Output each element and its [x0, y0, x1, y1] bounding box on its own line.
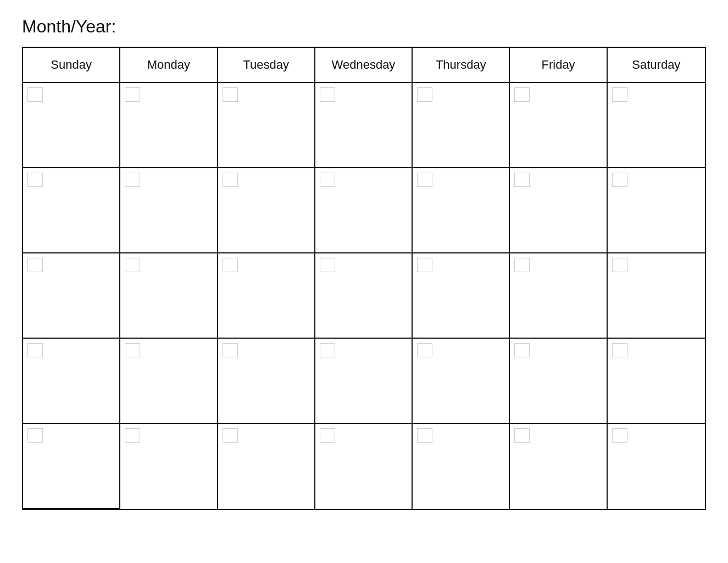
calendar-cell[interactable] [413, 83, 510, 168]
calendar-container: Sunday Monday Tuesday Wednesday Thursday… [22, 47, 706, 510]
calendar-cell[interactable] [23, 339, 120, 424]
date-number-box [223, 173, 238, 187]
calendar-cell[interactable] [315, 168, 413, 253]
date-number-box [320, 258, 335, 272]
calendar-header: Sunday Monday Tuesday Wednesday Thursday… [23, 48, 705, 83]
date-number-box [612, 258, 627, 272]
calendar-cell[interactable] [413, 339, 510, 424]
calendar-cell[interactable] [315, 83, 413, 168]
calendar-cell[interactable] [510, 339, 607, 424]
date-number-box [27, 343, 43, 357]
calendar-cell[interactable] [315, 253, 413, 339]
date-number-box [612, 428, 627, 443]
header-thursday: Thursday [413, 48, 510, 82]
date-number-box [514, 258, 530, 272]
date-number-box [125, 258, 140, 272]
calendar-body [23, 83, 705, 509]
date-number-box [417, 87, 432, 102]
date-number-box [320, 173, 335, 187]
date-number-box [223, 428, 238, 443]
date-number-box [27, 87, 43, 102]
date-number-box [223, 343, 238, 357]
calendar-cell[interactable] [120, 168, 218, 253]
date-number-box [320, 87, 335, 102]
calendar-cell[interactable] [608, 339, 705, 424]
calendar-cell[interactable] [413, 168, 510, 253]
date-number-box [612, 343, 627, 357]
calendar-cell[interactable] [218, 83, 315, 168]
calendar-cell[interactable] [413, 424, 510, 509]
calendar-cell[interactable] [608, 424, 705, 509]
date-number-box [417, 343, 432, 357]
header-friday: Friday [510, 48, 607, 82]
date-number-box [612, 87, 627, 102]
calendar-cell[interactable] [510, 424, 607, 509]
calendar-cell[interactable] [218, 424, 315, 509]
date-number-box [125, 173, 140, 187]
date-number-box [223, 87, 238, 102]
calendar-cell[interactable] [120, 83, 218, 168]
calendar-cell[interactable] [218, 168, 315, 253]
date-number-box [125, 428, 140, 443]
calendar-cell[interactable] [510, 83, 607, 168]
calendar-cell[interactable] [120, 253, 218, 339]
calendar-cell[interactable] [120, 424, 218, 509]
calendar-cell[interactable] [23, 168, 120, 253]
calendar-cell[interactable] [413, 253, 510, 339]
date-number-box [125, 87, 140, 102]
date-number-box [612, 173, 627, 187]
calendar-cell[interactable] [510, 168, 607, 253]
calendar-cell[interactable] [608, 253, 705, 339]
date-number-box [27, 258, 43, 272]
date-number-box [320, 343, 335, 357]
header-wednesday: Wednesday [315, 48, 413, 82]
calendar-cell[interactable] [23, 253, 120, 339]
calendar-cell[interactable] [608, 83, 705, 168]
calendar-cell[interactable] [510, 253, 607, 339]
calendar-cell[interactable] [218, 339, 315, 424]
calendar-cell[interactable] [608, 168, 705, 253]
date-number-box [417, 258, 432, 272]
header-tuesday: Tuesday [218, 48, 315, 82]
calendar-cell[interactable] [315, 339, 413, 424]
date-number-box [27, 428, 43, 443]
month-year-label: Month/Year: [22, 16, 706, 37]
calendar-cell[interactable] [218, 253, 315, 339]
date-number-box [514, 173, 530, 187]
date-number-box [125, 343, 140, 357]
date-number-box [417, 428, 432, 443]
header-sunday: Sunday [23, 48, 120, 82]
calendar-cell[interactable] [120, 339, 218, 424]
date-number-box [223, 258, 238, 272]
calendar-cell[interactable] [315, 424, 413, 509]
header-monday: Monday [120, 48, 218, 82]
header-saturday: Saturday [608, 48, 705, 82]
date-number-box [417, 173, 432, 187]
calendar-cell[interactable] [23, 424, 120, 509]
date-number-box [320, 428, 335, 443]
date-number-box [514, 428, 530, 443]
calendar-cell[interactable] [23, 83, 120, 168]
date-number-box [514, 343, 530, 357]
date-number-box [514, 87, 530, 102]
date-number-box [27, 173, 43, 187]
